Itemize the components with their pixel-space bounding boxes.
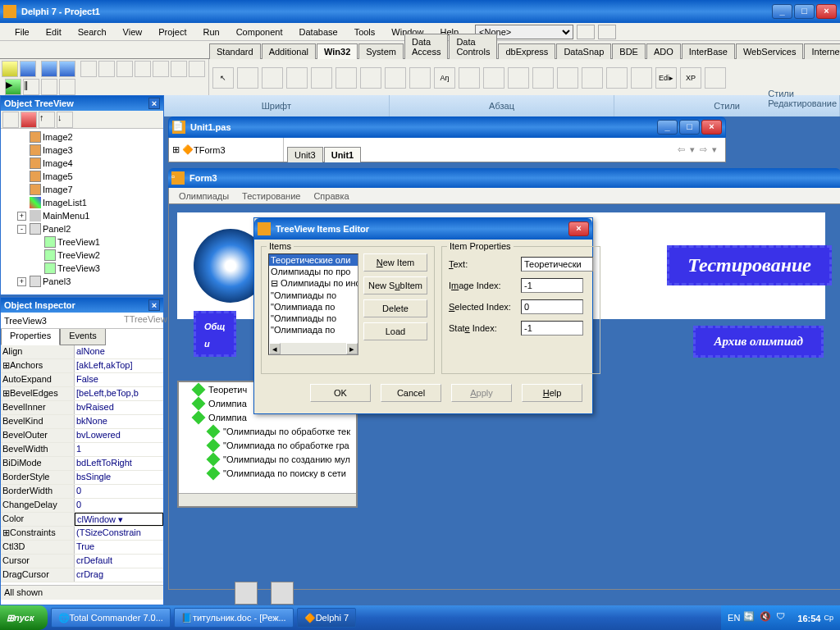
property-row[interactable]: BevelWidth1 <box>1 443 163 457</box>
dlg-tree-row[interactable]: "Олимпиады по <box>269 290 358 301</box>
property-row[interactable]: BorderWidth0 <box>1 485 163 499</box>
dlg-tree-row[interactable]: "Олимпиада по <box>269 301 358 313</box>
form3-tv-row[interactable]: "Олимпиады по обработке тек <box>179 424 356 438</box>
testing-label[interactable]: Тестирование <box>667 245 832 285</box>
form3-menu-2[interactable]: Тестирование <box>235 190 307 202</box>
tree-item[interactable]: TreeView2 <box>2 249 162 262</box>
tree-item[interactable]: ImageList1 <box>2 196 162 209</box>
oi-object-name[interactable] <box>1 313 121 328</box>
menu-run[interactable]: Run <box>194 25 227 39</box>
task-word[interactable]: 📘 титульник.doc - [Реж... <box>174 608 294 628</box>
clock[interactable]: 16:54 <box>797 611 820 624</box>
ok-button[interactable]: OK <box>310 384 371 402</box>
comp-imagelist[interactable] <box>286 67 308 89</box>
removefile-button[interactable] <box>116 61 133 77</box>
form3-tv-row[interactable]: "Олимпиада по поиску в сети <box>179 466 356 480</box>
comp-pagecontrol[interactable] <box>262 67 283 89</box>
language-indicator[interactable]: EN <box>728 613 740 623</box>
stepover-button[interactable] <box>41 79 57 95</box>
new-item-button[interactable]: New Item <box>363 253 427 272</box>
comp-datetime[interactable] <box>459 67 480 89</box>
tab-additional[interactable]: Additional <box>262 43 316 59</box>
tree-item[interactable]: -Panel2 <box>2 222 162 235</box>
main-titlebar[interactable]: Delphi 7 - Project1 _ □ × <box>0 0 840 23</box>
tab-standard[interactable]: Standard <box>209 43 261 59</box>
imagelist-icon[interactable] <box>235 582 258 605</box>
tab-datasnap[interactable]: DataSnap <box>556 43 611 59</box>
nav-back-icon[interactable]: ⇦ <box>678 144 685 155</box>
tree-item[interactable]: TreeView3 <box>2 262 162 275</box>
menu-view[interactable]: View <box>115 25 151 39</box>
form3-tv-row[interactable]: "Олимпиады по созданию мул <box>179 452 356 466</box>
editor-tab-unit1[interactable]: Unit1 <box>324 147 362 162</box>
comp-trackbar[interactable] <box>336 67 357 89</box>
otv-new-icon[interactable] <box>2 112 19 128</box>
mainmenu-icon[interactable] <box>271 582 294 605</box>
comp-header[interactable] <box>557 67 578 89</box>
tab-system[interactable]: System <box>358 43 404 59</box>
comp-toolbar[interactable] <box>606 67 628 89</box>
otv-up-icon[interactable]: ↑ <box>39 112 55 128</box>
comp-hotkey[interactable] <box>409 67 431 89</box>
menu-component[interactable]: Component <box>228 25 291 39</box>
tree-scroll-left[interactable]: ◂ <box>269 343 281 354</box>
tab-interbase[interactable]: InterBase <box>682 43 735 59</box>
dlg-tree-row[interactable]: "Олимпиада по <box>269 324 358 336</box>
addfile-button[interactable] <box>98 61 115 77</box>
new-button[interactable] <box>2 61 18 77</box>
comp-listview[interactable] <box>532 67 554 89</box>
property-row[interactable]: AutoExpandFalse <box>1 373 163 387</box>
menu-database[interactable]: Database <box>291 25 346 39</box>
ribbon-font[interactable]: Шрифт <box>164 95 390 116</box>
editor-min-button[interactable]: _ <box>657 120 678 135</box>
property-row[interactable]: DragCursorcrDrag <box>1 568 163 582</box>
openproj-button[interactable] <box>80 61 97 77</box>
dialog-titlebar[interactable]: TreeView Items Editor × <box>254 218 592 240</box>
pause-button[interactable]: ‖ <box>23 79 39 95</box>
form3-titlebar[interactable]: ▫ Form3 <box>168 168 840 188</box>
cursor-tool[interactable]: ↖ <box>212 67 234 89</box>
comp-coolbar[interactable] <box>631 67 652 89</box>
comp-xpman[interactable] <box>705 67 726 89</box>
tree-scroll-right[interactable]: ▸ <box>346 343 358 354</box>
tree-item[interactable]: TreeView1 <box>2 235 162 249</box>
property-row[interactable]: ⊞BevelEdges[beLeft,beTop,b <box>1 387 163 401</box>
tree-item[interactable]: +MainMenu1 <box>2 209 162 222</box>
property-row[interactable]: AlignalNone <box>1 345 163 359</box>
oi-close-icon[interactable]: × <box>148 299 160 311</box>
editor-titlebar[interactable]: 📄 Unit1.pas _ □ × <box>168 116 726 138</box>
oi-title[interactable]: Object Inspector × <box>1 298 163 313</box>
toggle-button[interactable] <box>171 61 187 77</box>
dlg-tree-row[interactable]: ⊟ Олимпиады по инф <box>269 277 358 290</box>
property-row[interactable]: BevelInnerbvRaised <box>1 401 163 415</box>
minimize-button[interactable]: _ <box>772 4 792 19</box>
selectedindex-input[interactable] <box>521 299 583 314</box>
property-row[interactable]: BevelOuterbvLowered <box>1 429 163 443</box>
comp-month[interactable] <box>483 67 504 89</box>
oi-tab-properties[interactable]: Properties <box>1 329 60 345</box>
dlg-tree-row[interactable]: Олимпиады по про <box>269 266 358 277</box>
tree-item[interactable]: Image3 <box>2 144 162 157</box>
property-row[interactable]: BorderStylebsSingle <box>1 471 163 485</box>
run-button[interactable]: ▶ <box>5 79 21 95</box>
task-delphi[interactable]: 🔶 Delphi 7 <box>297 608 356 628</box>
form3-tv-row[interactable]: "Олимпиада по обработке гра <box>179 438 356 452</box>
form3-menu-1[interactable]: Олимпиады <box>172 190 235 202</box>
ribbon-edit-label[interactable]: Редактирование <box>768 98 837 108</box>
viewform-button[interactable] <box>153 61 169 77</box>
stepinto-button[interactable] <box>59 79 75 95</box>
tray-icon-3[interactable]: 🛡 <box>776 611 789 624</box>
comp-comboex[interactable]: XP <box>680 67 701 89</box>
dlg-tree-row[interactable]: "Олимпиады по <box>269 313 358 324</box>
comp-animate[interactable]: Aŋ <box>434 67 455 89</box>
comp-richedit[interactable] <box>311 67 332 89</box>
editor-tab-unit3[interactable]: Unit3 <box>287 147 323 162</box>
property-row[interactable]: ⊞Constraints(TSizeConstrain <box>1 527 163 541</box>
tree-item[interactable]: Image5 <box>2 170 162 183</box>
tab-bde[interactable]: BDE <box>612 43 646 59</box>
tab-ado[interactable]: ADO <box>646 43 681 59</box>
comp-statusbar[interactable] <box>582 67 603 89</box>
otv-down-icon[interactable]: ↓ <box>57 112 73 128</box>
comp-pagescroller[interactable]: Edi▸ <box>655 67 677 89</box>
otv-delete-icon[interactable] <box>21 112 37 128</box>
